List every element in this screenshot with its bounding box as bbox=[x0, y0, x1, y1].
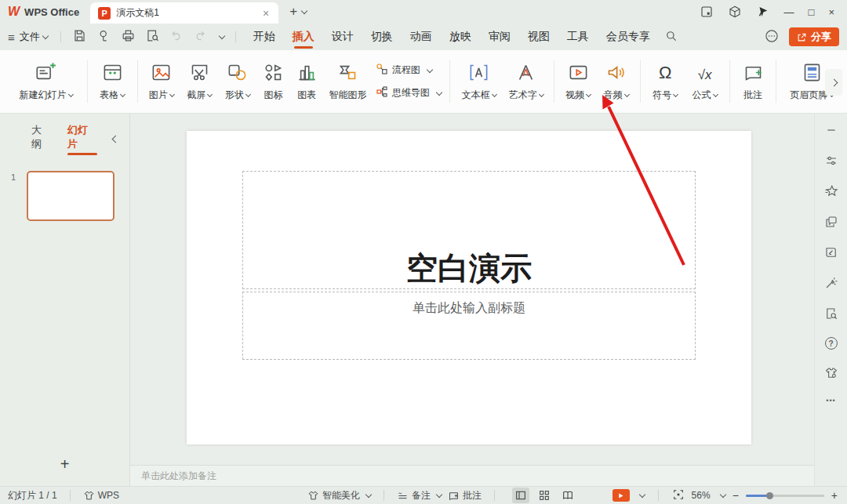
share-button[interactable]: 分享 bbox=[789, 27, 839, 46]
tab-review[interactable]: 审阅 bbox=[489, 25, 511, 49]
subtitle-placeholder[interactable]: 单击此处输入副标题 bbox=[242, 292, 696, 360]
file-menu[interactable]: 文件 bbox=[20, 30, 48, 44]
comment-icon bbox=[743, 61, 764, 83]
tab-view[interactable]: 视图 bbox=[528, 25, 550, 49]
minimize-button[interactable]: — bbox=[784, 6, 794, 18]
cube-3d-icon[interactable] bbox=[728, 5, 742, 19]
video-button[interactable]: 视频 bbox=[559, 58, 598, 105]
skin-theme-icon[interactable] bbox=[824, 366, 838, 380]
tab-list-chevron-icon[interactable] bbox=[301, 8, 307, 14]
tab-animation[interactable]: 动画 bbox=[410, 25, 432, 49]
screenshot-button[interactable]: 截屏 bbox=[180, 58, 219, 105]
table-button[interactable]: 表格 bbox=[93, 58, 132, 105]
divider bbox=[494, 490, 495, 501]
textbox-button[interactable]: 文本框 bbox=[455, 58, 503, 105]
zoom-slider[interactable] bbox=[746, 495, 824, 497]
maximize-button[interactable]: □ bbox=[809, 6, 815, 18]
tab-tools[interactable]: 工具 bbox=[567, 25, 589, 49]
document-tab[interactable]: P 演示文稿1 × bbox=[90, 2, 278, 24]
hamburger-menu-icon[interactable]: ≡ bbox=[8, 31, 15, 44]
tab-close-icon[interactable]: × bbox=[260, 7, 272, 20]
tab-member[interactable]: 会员专享 bbox=[606, 25, 650, 49]
title-placeholder[interactable]: 空白演示 bbox=[242, 171, 696, 289]
shapes-button[interactable]: 形状 bbox=[219, 58, 257, 105]
dock-window-icon[interactable] bbox=[700, 5, 714, 19]
table-icon bbox=[102, 61, 123, 83]
zoom-chevron-icon[interactable] bbox=[719, 491, 725, 498]
normal-view-button[interactable] bbox=[512, 488, 529, 503]
tab-transition[interactable]: 切换 bbox=[371, 25, 393, 49]
add-slide-button[interactable]: + bbox=[0, 455, 129, 473]
share-label: 分享 bbox=[811, 30, 831, 44]
ribbon-label: 形状 bbox=[225, 89, 244, 102]
flowchart-button[interactable]: 流程图 bbox=[376, 63, 442, 78]
notes-bar[interactable]: 单击此处添加备注 bbox=[130, 465, 814, 486]
collapse-panel-icon[interactable] bbox=[112, 136, 120, 143]
mindmap-button[interactable]: 思维导图 bbox=[376, 85, 442, 100]
export-pdf-icon[interactable] bbox=[96, 28, 111, 45]
mindmap-icon bbox=[376, 85, 388, 100]
properties-sliders-icon[interactable] bbox=[824, 154, 838, 168]
tab-design[interactable]: 设计 bbox=[332, 25, 354, 49]
collapse-sidebar-icon[interactable] bbox=[824, 123, 838, 137]
app-logo[interactable]: W WPS Office bbox=[0, 5, 90, 19]
reading-view-button[interactable] bbox=[559, 488, 576, 503]
formula-button[interactable]: √x 公式 bbox=[685, 58, 724, 105]
slide-counter: 幻灯片 1 / 1 bbox=[8, 489, 57, 502]
help-icon[interactable]: ? bbox=[825, 337, 838, 350]
divider bbox=[60, 31, 61, 42]
layout-layers-icon[interactable] bbox=[824, 215, 838, 229]
fit-screen-icon[interactable] bbox=[672, 488, 685, 503]
history-chevron-icon[interactable] bbox=[219, 33, 225, 39]
ribbon-expand-button[interactable] bbox=[825, 69, 842, 96]
chevron-down-icon bbox=[586, 92, 591, 97]
comment-button[interactable]: 批注 bbox=[735, 58, 772, 105]
tab-slideshow[interactable]: 放映 bbox=[449, 25, 471, 49]
close-window-button[interactable]: × bbox=[828, 6, 834, 18]
zoom-slider-knob[interactable] bbox=[766, 492, 773, 499]
ribbon-label: 流程图 bbox=[392, 63, 420, 77]
slide-canvas[interactable]: 空白演示 单击此处输入副标题 bbox=[187, 131, 751, 444]
search-icon[interactable] bbox=[664, 29, 678, 45]
design-book-icon[interactable] bbox=[824, 245, 838, 259]
zoom-out-button[interactable]: − bbox=[732, 489, 739, 502]
picture-button[interactable]: 图片 bbox=[143, 58, 181, 105]
icons-button[interactable]: 图标 bbox=[256, 58, 290, 105]
effects-star-icon[interactable] bbox=[824, 184, 838, 198]
assistant-cursor-icon[interactable] bbox=[756, 5, 770, 19]
ribbon-label: 图表 bbox=[297, 89, 316, 102]
print-icon[interactable] bbox=[121, 28, 136, 45]
wordart-button[interactable]: 艺术字 bbox=[503, 58, 549, 105]
tab-insert[interactable]: 插入 bbox=[293, 25, 314, 49]
wps-skin-button[interactable]: WPS bbox=[83, 490, 119, 502]
document-search-icon[interactable] bbox=[824, 306, 838, 321]
notes-button[interactable]: 备注 bbox=[397, 489, 442, 502]
chart-button[interactable]: 图表 bbox=[290, 58, 324, 105]
comment-toggle-button[interactable]: 批注 bbox=[448, 489, 482, 502]
zoom-in-button[interactable]: + bbox=[831, 489, 838, 502]
tab-home[interactable]: 开始 bbox=[253, 25, 275, 49]
new-tab-button[interactable]: + bbox=[288, 4, 299, 20]
wps-label: WPS bbox=[98, 490, 119, 501]
cloud-services-icon[interactable] bbox=[764, 28, 780, 46]
play-slideshow-button[interactable] bbox=[613, 489, 630, 502]
tab-outline[interactable]: 大纲 bbox=[31, 123, 52, 155]
zoom-level[interactable]: 56% bbox=[692, 490, 711, 501]
print-preview-icon[interactable] bbox=[145, 28, 160, 45]
editing-canvas[interactable]: 空白演示 单击此处输入副标题 bbox=[130, 114, 814, 465]
new-slide-button[interactable]: 新建幻灯片 bbox=[9, 58, 82, 105]
slide-sorter-view-button[interactable] bbox=[536, 488, 553, 503]
slide-thumbnail[interactable] bbox=[27, 171, 115, 221]
ribbon-label: 截屏 bbox=[187, 89, 205, 102]
play-options-chevron-icon[interactable] bbox=[638, 491, 645, 498]
chevron-down-icon bbox=[68, 92, 74, 97]
smart-graphics-button[interactable]: 智能图形 bbox=[324, 58, 373, 105]
symbol-button[interactable]: Ω 符号 bbox=[645, 58, 685, 105]
audio-button[interactable]: 音频 bbox=[597, 58, 635, 105]
more-options-icon[interactable]: ••• bbox=[826, 397, 835, 404]
smart-beautify-button[interactable]: 智能美化 bbox=[307, 489, 371, 502]
magic-wand-icon[interactable] bbox=[824, 276, 838, 290]
tab-slides[interactable]: 幻灯片 bbox=[67, 123, 97, 155]
save-icon[interactable] bbox=[72, 28, 87, 45]
comment-label: 批注 bbox=[463, 489, 482, 502]
